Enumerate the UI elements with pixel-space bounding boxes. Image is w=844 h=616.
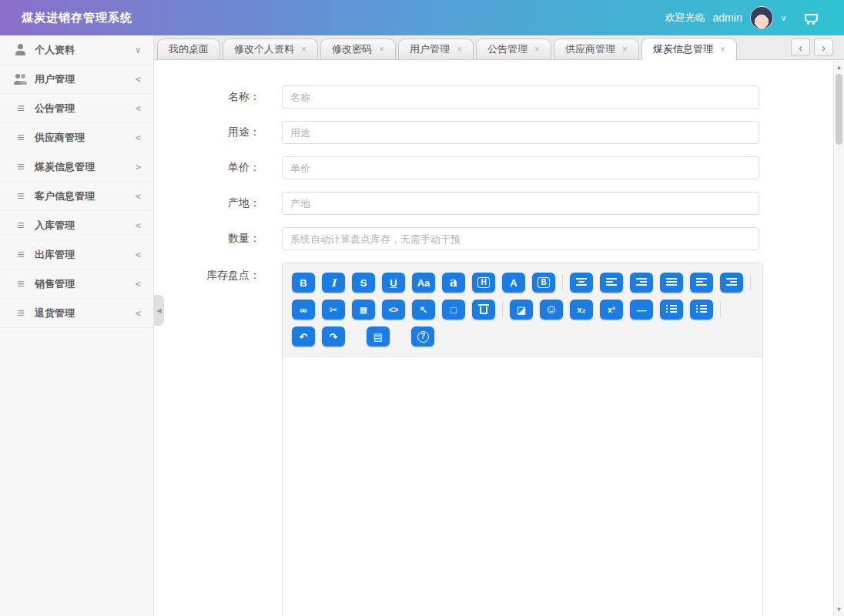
caret-down-icon[interactable]: ∨ — [781, 14, 786, 22]
toolbar-separator — [562, 275, 563, 290]
close-icon[interactable]: × — [622, 44, 628, 55]
button-glyph: ☺ — [545, 303, 558, 316]
align-left-button[interactable] — [600, 273, 623, 293]
tabs-next-button[interactable]: › — [814, 38, 833, 56]
underline-button[interactable]: U — [382, 273, 405, 293]
welcome-text: 欢迎光临 — [665, 11, 705, 25]
app-window: 煤炭进销存管理系统 欢迎光临 admin ∨ 个人资料 ∨ 用户管理 — [0, 0, 844, 616]
align-center-button[interactable] — [570, 273, 593, 293]
sidebar-item-label: 供应商管理 — [35, 131, 85, 145]
field-label: 产地： — [154, 196, 260, 210]
form-row: 用途： — [154, 121, 844, 144]
table-button[interactable]: □ — [442, 300, 465, 320]
sidebar-item-sales-management[interactable]: 销售管理 < — [0, 270, 153, 299]
cursor-button[interactable]: ↖ — [412, 300, 435, 320]
tab-change-password[interactable]: 修改密码 × — [320, 38, 396, 59]
scroll-down-icon[interactable]: ▼ — [834, 604, 844, 614]
code-button[interactable]: <> — [382, 300, 405, 320]
ordered-list-button[interactable] — [660, 300, 683, 320]
italic-button[interactable]: I — [322, 273, 345, 293]
usage-field[interactable] — [282, 121, 759, 144]
origin-field[interactable] — [282, 192, 759, 215]
editor-toolbar-row-3: ↶ ↷ ▤ ? — [292, 326, 753, 346]
sidebar-item-announcement-management[interactable]: 公告管理 < — [0, 94, 153, 123]
sidebar-item-profile[interactable]: 个人资料 ∨ — [0, 35, 153, 65]
sidebar-item-supplier-management[interactable]: 供应商管理 < — [0, 123, 153, 152]
tab-edit-profile[interactable]: 修改个人资料 × — [223, 38, 318, 59]
sidebar-item-coal-info-management[interactable]: 煤炭信息管理 > — [0, 152, 153, 182]
link-button[interactable]: ∞ — [292, 300, 315, 320]
close-icon[interactable]: × — [301, 44, 306, 55]
help-button[interactable]: ? — [411, 326, 434, 346]
button-glyph: ↷ — [330, 332, 338, 342]
undo-button[interactable]: ↶ — [292, 326, 315, 346]
button-glyph: — — [637, 305, 647, 315]
sidebar-item-label: 入库管理 — [35, 219, 75, 233]
tab-announcement-management[interactable]: 公告管理 × — [476, 38, 551, 59]
sidebar-collapse-handle[interactable]: ◀ — [154, 295, 164, 326]
sidebar-item-label: 销售管理 — [35, 277, 75, 291]
close-icon[interactable]: × — [534, 44, 540, 55]
tab-supplier-management[interactable]: 供应商管理 × — [554, 38, 639, 59]
bold-button[interactable]: B — [292, 273, 315, 293]
tab-user-management[interactable]: 用户管理 × — [398, 38, 474, 59]
editor-content[interactable] — [283, 357, 762, 616]
unordered-list-button[interactable] — [690, 300, 713, 320]
sidebar-item-returns-management[interactable]: 退货管理 < — [0, 299, 153, 328]
unlink-button[interactable]: ✂ — [322, 300, 345, 320]
sidebar-item-outbound-management[interactable]: 出库管理 < — [0, 240, 153, 270]
font-family-button[interactable]: a — [442, 273, 465, 293]
quantity-field[interactable] — [282, 227, 759, 250]
tab-coal-info-management[interactable]: 煤炭信息管理 × — [641, 38, 737, 60]
vertical-scrollbar[interactable]: ▲ ▼ — [833, 60, 844, 616]
editor-form-row: 库存盘点： B I S U — [154, 263, 844, 616]
sidebar-item-inbound-management[interactable]: 入库管理 < — [0, 211, 153, 240]
heading-button[interactable]: H — [472, 273, 495, 293]
font-size-button[interactable]: Aa — [412, 273, 435, 293]
chevron-icon: < — [136, 220, 141, 231]
superscript-button[interactable]: x² — [600, 300, 623, 320]
indent-button[interactable] — [720, 273, 743, 293]
user-icon — [14, 44, 28, 55]
scroll-up-icon[interactable]: ▲ — [834, 62, 844, 72]
hr-button[interactable]: — — [630, 300, 653, 320]
align-right-button[interactable] — [630, 273, 653, 293]
emoji-button[interactable]: ☺ — [540, 300, 563, 320]
field-label: 库存盘点： — [154, 269, 260, 283]
bg-color-button[interactable]: B — [532, 273, 555, 293]
close-icon[interactable]: × — [720, 44, 725, 55]
sidebar: 个人资料 ∨ 用户管理 < 公告管理 < 供应商管理 — [0, 35, 154, 616]
strikethrough-button[interactable]: S — [352, 273, 375, 293]
subscript-button[interactable]: x₂ — [570, 300, 593, 320]
button-glyph: ▤ — [373, 332, 383, 342]
chevron-icon: < — [136, 308, 141, 319]
close-icon[interactable]: × — [379, 44, 384, 55]
close-icon[interactable]: × — [457, 44, 462, 55]
button-glyph: B — [538, 277, 549, 288]
tabs-prev-button[interactable]: ‹ — [791, 38, 810, 56]
text-color-button[interactable]: A — [502, 273, 525, 293]
redo-button[interactable]: ↷ — [322, 326, 345, 346]
tab-nav: ‹ › — [791, 38, 833, 56]
video-button[interactable]: ▦ — [352, 300, 375, 320]
delete-button[interactable] — [472, 300, 495, 320]
tab-list: 我的桌面 修改个人资料 × 修改密码 × 用户管理 × — [157, 38, 739, 59]
tab-desktop[interactable]: 我的桌面 — [157, 38, 220, 59]
field-label: 名称： — [154, 90, 260, 104]
button-glyph: A — [510, 278, 517, 288]
outdent-button[interactable] — [690, 273, 713, 293]
chevron-icon: < — [136, 249, 141, 260]
align-justify-button[interactable] — [660, 273, 683, 293]
scrollbar-thumb[interactable] — [836, 74, 842, 145]
button-glyph: ↶ — [300, 332, 308, 342]
name-field[interactable] — [282, 85, 759, 109]
coal-info-form: 名称： 用途： 单价： 产地： — [154, 60, 844, 616]
preview-button[interactable]: ▤ — [367, 326, 390, 346]
cart-icon[interactable] — [803, 12, 818, 25]
avatar[interactable] — [750, 6, 773, 29]
image-button[interactable]: ◪ — [510, 300, 533, 320]
toolbar-separator — [502, 302, 503, 317]
sidebar-item-customer-info-management[interactable]: 客户信息管理 < — [0, 182, 153, 211]
sidebar-item-user-management[interactable]: 用户管理 < — [0, 65, 153, 94]
price-field[interactable] — [282, 156, 759, 179]
